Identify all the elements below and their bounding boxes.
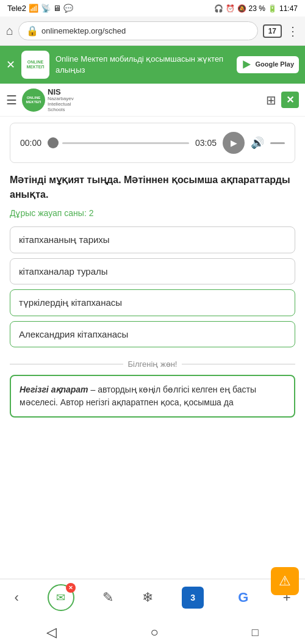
google-play-icon [242,59,253,70]
snowflake-icon: ❄ [142,590,153,606]
google-nav-button[interactable]: G [232,587,254,609]
lock-icon: 🔒 [26,25,38,37]
mail-nav-button[interactable]: ✉ ✕ [48,584,74,611]
battery-icon: 🔋 [268,4,277,13]
site-logo-group: ONLINEМЕКТЕП NIS NazarbayevIntellectualS… [22,87,74,112]
mute-icon: 🔕 [237,4,246,13]
close-header-button[interactable]: ✕ [281,92,299,108]
back-icon: ‹ [14,590,18,606]
option-item-selected[interactable]: Александрия кітапханасы [10,321,295,347]
headphone-icon: 🎧 [214,4,223,13]
cast-icon: 🖥 [53,4,61,13]
system-recents-button[interactable]: □ [252,626,259,639]
brush-nav-button[interactable]: ✎ [102,590,113,606]
snowflake-nav-button[interactable]: ❄ [142,590,153,606]
wifi-icon: 📡 [41,4,51,13]
home-button[interactable]: ⌂ [6,24,13,38]
system-home-button[interactable]: ○ [150,624,158,640]
number-label: 3 [190,593,195,602]
system-back-button[interactable]: ◁ [46,624,57,640]
google-play-button[interactable]: Google Play [237,56,299,73]
volume-icon[interactable]: 🔊 [251,136,264,150]
mail-badge: ✕ [66,583,76,593]
time-text: 11:47 [279,4,298,13]
status-left: Tele2 📶 📡 🖥 💬 [7,4,73,13]
status-bar: Tele2 📶 📡 🖥 💬 🎧 ⏰ 🔕 23 % 🔋 11:47 [0,0,305,16]
audio-time-start: 00:00 [20,138,41,148]
site-header: ☰ ONLINEМЕКТЕП NIS NazarbayevIntellectua… [0,84,305,117]
audio-time-end: 03:05 [195,138,217,148]
browser-menu-button[interactable]: ⋮ [287,24,299,38]
divider-line-left [10,364,123,364]
nis-subtitle: NazarbayevIntellectualSchools [48,96,74,112]
mail-icon: ✉ [56,591,65,604]
g-icon: G [238,590,248,606]
audio-knob[interactable] [48,137,59,148]
system-nav-bar: ◁ ○ □ [0,618,305,644]
volume-slider[interactable] [270,142,285,144]
divider-text: Білгенің жөн! [128,360,178,369]
browser-bar: ⌂ 🔒 onlinemektep.org/sched 17 ⋮ [0,16,305,46]
alarm-icon: ⏰ [226,4,235,13]
online-mektep-logo: ONLINEМЕКТЕП [22,89,45,112]
answer-count: Дұрыс жауап саны: 2 [10,208,295,218]
option-item[interactable]: кітапханалар туралы [10,258,295,284]
signal-icon: 📶 [29,4,38,13]
status-right: 🎧 ⏰ 🔕 23 % 🔋 11:47 [214,4,298,13]
banner-logo: ONLINEМЕКТЕП [21,51,49,79]
divider-label: Білгенің жөн! [10,360,295,369]
url-box[interactable]: 🔒 onlinemektep.org/sched [18,21,258,40]
back-nav-button[interactable]: ‹ [14,590,18,606]
nis-name: NIS [48,87,61,96]
carrier-text: Tele2 [7,4,26,13]
bottom-nav: ‹ ✉ ✕ ✎ ❄ 3 G + [0,579,305,617]
main-content: 00:00 03:05 ▶ 🔊 Мәтінді мұқият тыңда. Мә… [0,117,305,493]
play-button[interactable]: ▶ [223,132,245,154]
question-title: Мәтінді мұқият тыңда. Мәтіннен қосымша а… [10,173,295,202]
grid-view-button[interactable]: ⊞ [266,93,276,107]
hamburger-button[interactable]: ☰ [6,93,17,107]
divider-line-right [182,364,295,364]
google-play-label: Google Play [255,60,294,68]
green-banner: ✕ ONLINEМЕКТЕП Online Мектеп мобильді қо… [0,46,305,84]
brush-icon: ✎ [102,590,113,606]
banner-close-button[interactable]: ✕ [6,58,15,71]
audio-track[interactable] [62,142,189,144]
number-nav-button[interactable]: 3 [182,587,204,609]
options-list: кітапхананың тарихы кітапханалар туралы … [10,226,295,347]
warning-fab-button[interactable]: ⚠ [271,567,299,595]
battery-text: 23 % [249,4,265,13]
tab-count-button[interactable]: 17 [263,24,282,38]
audio-slider[interactable] [48,137,189,148]
option-item[interactable]: кітапхананың тарихы [10,226,295,253]
info-box: Негізгі ақпарат – автордың көңіл бөлгісі… [10,375,295,418]
nis-logo: NIS NazarbayevIntellectualSchools [48,87,74,112]
whatsapp-icon: 💬 [63,4,73,13]
info-bold-text: Негізгі ақпарат [20,385,88,394]
audio-player: 00:00 03:05 ▶ 🔊 [10,123,295,163]
option-item-selected[interactable]: түркілердің кітапханасы [10,289,295,316]
url-text: onlinemektep.org/sched [41,26,126,35]
banner-text: Online Мектеп мобильді қосымшасын жүктеп… [56,54,231,76]
